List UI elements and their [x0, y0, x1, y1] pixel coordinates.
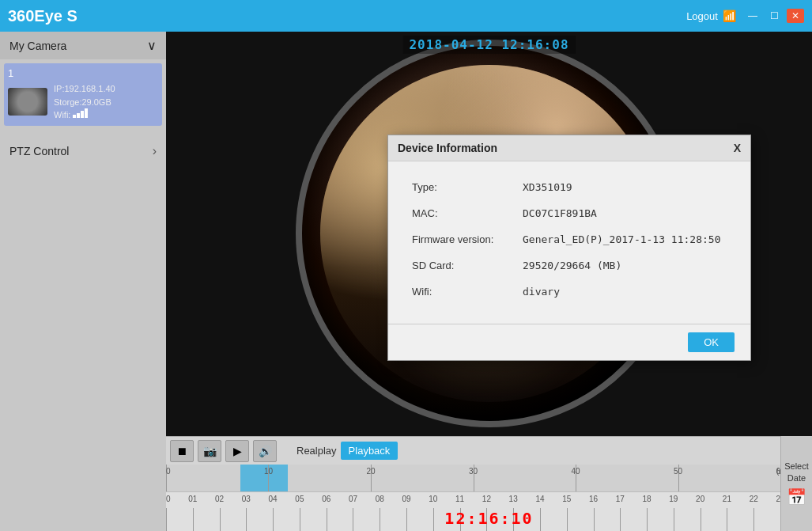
close-button[interactable]: ✕ [787, 9, 804, 23]
dialog-title: Device Information [398, 142, 497, 154]
hour-tick-label: 20 [696, 495, 704, 503]
hour-tick-label: 22 [750, 495, 758, 503]
stop-icon: ⏹ [176, 445, 187, 457]
title-bar: 360Eye S Logout 📶 — ☐ ✕ [0, 0, 812, 32]
minute-tick-container: (function() { const container = document… [166, 465, 780, 491]
main-layout: My Camera ∨ 1 IP:192.168.1.40 Storge:29.… [0, 32, 812, 531]
hour-major-tick [406, 508, 407, 531]
hour-major-tick [433, 508, 434, 531]
hour-major-tick [166, 508, 167, 531]
hour-tick-label: 09 [402, 495, 410, 503]
info-row-type: Type: XD351019 [412, 181, 727, 193]
hour-tick-label: 17 [616, 495, 625, 503]
hour-tick-label: 12 [482, 495, 491, 503]
sdcard-label: SD Card: [412, 260, 523, 271]
dialog-header: Device Information X [388, 135, 750, 161]
wifi-info-value: divary [523, 286, 560, 298]
window-controls: Logout 📶 — ☐ ✕ [693, 9, 804, 23]
play-icon: ▶ [233, 445, 242, 457]
minute-tick-label: 00 [166, 467, 171, 476]
playback-button[interactable]: Playback [341, 442, 398, 460]
current-time-display: 12:16:10 [444, 509, 533, 528]
app-title: 360Eye S [8, 7, 77, 25]
dialog-body: Type: XD351019 MAC: DC07C1F891BA Firmwar… [388, 161, 750, 324]
hour-major-tick [674, 508, 674, 531]
mac-label: MAC: [412, 207, 523, 219]
camera-wifi: Wifi: [54, 108, 115, 122]
hour-major-tick [220, 508, 221, 531]
minimize-button[interactable]: — [744, 9, 761, 23]
hour-major-tick [353, 508, 353, 531]
hour-tick-label: 14 [535, 495, 544, 503]
hour-major-tick [273, 508, 274, 531]
ok-button[interactable]: OK [688, 332, 735, 352]
hour-tick-label: 21 [723, 495, 731, 503]
select-date-panel[interactable]: Select Date 📅 [780, 436, 812, 531]
hour-major-tick [300, 508, 300, 531]
info-row-wifi: Wifi: divary [412, 286, 727, 298]
hour-major-tick [727, 508, 727, 531]
audio-button[interactable]: 🔊 [253, 440, 277, 462]
logout-button[interactable]: Logout [693, 9, 711, 23]
hour-tick-label: 00 [166, 495, 171, 503]
my-camera-label: My Camera [9, 40, 66, 52]
dialog-close-button[interactable]: X [734, 142, 741, 154]
hour-major-tick [246, 508, 247, 531]
info-row-firmware: Firmware version: General_ED(P)_2017-1-1… [412, 233, 727, 245]
hour-tick-label: 13 [509, 495, 518, 503]
my-camera-chevron: ∨ [147, 38, 157, 53]
camera-list-item[interactable]: 1 IP:192.168.1.40 Storge:29.0GB Wifi: [4, 63, 162, 126]
hour-tick-label: 11 [455, 495, 464, 503]
minute-tick-label: 50 [674, 467, 682, 476]
hour-major-tick [540, 508, 541, 531]
minute-tick-label: 30 [469, 467, 478, 476]
hour-tick-label: 15 [562, 495, 571, 503]
hour-tick-label: 05 [295, 495, 304, 503]
hour-major-tick [380, 508, 380, 531]
hour-major-tick [193, 508, 194, 531]
hour-major-tick [594, 508, 595, 531]
camera-thumb-row: IP:192.168.1.40 Storge:29.0GB Wifi: [8, 82, 158, 122]
info-row-mac: MAC: DC07C1F891BA [412, 207, 727, 219]
audio-icon: 🔊 [259, 445, 272, 457]
minute-tick-label: 40 [571, 467, 580, 476]
select-date-text: Select Date [784, 461, 809, 484]
wifi-info-label: Wifi: [412, 286, 523, 298]
hour-major-tick [327, 508, 327, 531]
timeline-hours[interactable]: (hour) (function() { const container = d… [166, 492, 812, 531]
minute-tick-label: 10 [264, 467, 273, 476]
play-button[interactable]: ▶ [225, 440, 249, 462]
info-row-sdcard: SD Card: 29520/29664 (MB) [412, 260, 727, 271]
ptz-label: PTZ Control [9, 145, 69, 157]
hour-tick-label: 08 [376, 495, 384, 503]
wifi-bars-icon [73, 108, 88, 118]
hour-tick-label: 02 [215, 495, 224, 503]
hour-major-tick [701, 508, 701, 531]
maximize-button[interactable]: ☐ [765, 9, 783, 23]
dialog-footer: OK [388, 324, 750, 360]
hour-major-tick [753, 508, 754, 531]
snapshot-button[interactable]: 📷 [198, 440, 221, 462]
hour-tick-label: 04 [269, 495, 278, 503]
ptz-arrow-icon: › [153, 144, 157, 158]
hour-tick-label: 07 [349, 495, 357, 503]
hour-tick-label: 19 [669, 495, 678, 503]
firmware-label: Firmware version: [412, 233, 523, 245]
hour-major-tick [647, 508, 648, 531]
calendar-icon[interactable]: 📅 [787, 487, 806, 506]
hour-major-tick [567, 508, 568, 531]
hour-tick-label: 06 [322, 495, 330, 503]
signal-icon: 📶 [723, 9, 736, 22]
hour-tick-label: 01 [188, 495, 197, 503]
camera-id: 1 [8, 67, 158, 79]
timeline-minutes[interactable]: (minute) (function() { const container =… [166, 465, 812, 492]
stop-button[interactable]: ⏹ [170, 440, 194, 462]
camera-ip: IP:192.168.1.40 [54, 82, 115, 96]
camera-storage: Storge:29.0GB [54, 96, 115, 109]
camera-area: 2018-04-12 12:16:08 Device Information X… [166, 32, 812, 531]
my-camera-header[interactable]: My Camera ∨ [0, 32, 166, 59]
type-value: XD351019 [523, 181, 572, 193]
camera-icon: 📷 [203, 445, 217, 457]
hour-tick-label: 18 [643, 495, 651, 503]
ptz-control-header[interactable]: PTZ Control › [0, 138, 166, 165]
